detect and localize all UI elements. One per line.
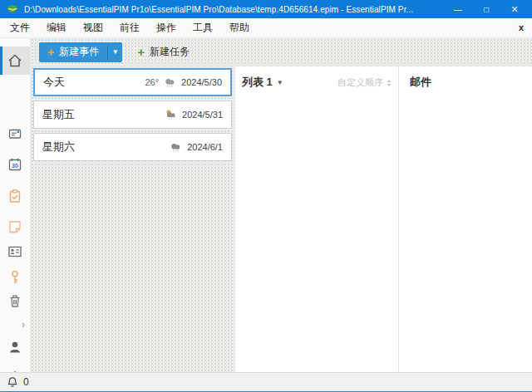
plus-icon: + (47, 47, 54, 58)
svg-text:30: 30 (12, 163, 18, 169)
day-row-friday[interactable]: 星期五 2024/5/31 (33, 100, 232, 129)
sidebar-item-notes[interactable] (0, 215, 30, 238)
note-card-icon (7, 125, 23, 142)
menu-view[interactable]: 视图 (76, 18, 110, 37)
sidebar-item-todo[interactable] (0, 184, 30, 208)
calendar-icon: 30 (7, 156, 23, 173)
sort-control[interactable]: 自定义顺序 (337, 76, 392, 89)
menu-go[interactable]: 前往 (113, 18, 146, 37)
minimize-button[interactable]: — (444, 0, 472, 18)
temperature: 26° (145, 77, 159, 87)
notifications-button[interactable] (7, 376, 18, 389)
menu-help[interactable]: 帮助 (223, 18, 256, 37)
date: 2024/6/1 (187, 142, 223, 152)
list-column: 列表 1 ▼ 自定义顺序 (235, 66, 399, 372)
menu-actions[interactable]: 操作 (150, 18, 183, 37)
app-logo-icon (6, 3, 19, 15)
date: 2024/5/30 (181, 77, 222, 87)
window-title: D:\Downloads\EssentialPIM Pr1o\Essential… (24, 5, 444, 14)
home-icon (7, 52, 23, 69)
user-icon (7, 339, 23, 355)
toolbar: + 新建事件 ▼ + 新建任务 (31, 38, 532, 66)
date: 2024/5/31 (182, 110, 223, 120)
new-event-main[interactable]: + 新建事件 (39, 42, 107, 62)
plus-icon: + (137, 46, 145, 58)
sidebar-item-calendar[interactable]: 30 (0, 153, 30, 176)
sidebar-item-account[interactable] (0, 336, 30, 359)
close-database-button[interactable]: x (519, 18, 524, 37)
sidebar-item-today[interactable] (0, 47, 30, 75)
new-event-dropdown[interactable]: ▼ (108, 42, 122, 62)
close-button[interactable]: × (500, 0, 529, 18)
day-label: 今天 (43, 75, 145, 90)
sidebar-item-appointments[interactable] (0, 122, 30, 145)
title-bar: D:\Downloads\EssentialPIM Pr1o\Essential… (0, 0, 532, 18)
sun-rain-cloud-icon (164, 109, 178, 120)
notification-count: 0 (23, 376, 29, 388)
day-row-saturday[interactable]: 星期六 2024/6/1 (33, 133, 232, 161)
list-title-dropdown[interactable]: 列表 1 (242, 75, 273, 90)
menu-tools[interactable]: 工具 (186, 18, 219, 37)
new-event-label: 新建事件 (59, 45, 99, 59)
day-label: 星期六 (42, 140, 169, 154)
rain-cloud-icon (169, 141, 183, 153)
new-task-button[interactable]: + 新建任务 (137, 45, 190, 59)
bell-icon (7, 376, 18, 389)
chevron-down-icon[interactable]: ▼ (277, 79, 283, 86)
contact-card-icon (7, 243, 23, 260)
sidebar-item-contacts[interactable] (0, 240, 30, 263)
essentialpim-window: D:\Downloads\EssentialPIM Pr1o\Essential… (0, 0, 532, 392)
day-label: 星期五 (42, 107, 164, 122)
menu-edit[interactable]: 编辑 (40, 18, 73, 37)
window-controls: — □ × (444, 0, 529, 18)
chevron-right-icon: › (22, 319, 25, 330)
new-task-label: 新建任务 (150, 45, 190, 59)
status-bar: 0 (0, 372, 532, 392)
sidebar: 30 (0, 38, 31, 372)
sort-arrows-icon (387, 80, 392, 86)
new-event-button[interactable]: + 新建事件 ▼ (39, 42, 122, 62)
clipboard-check-icon (7, 188, 23, 204)
sidebar-expand-button[interactable]: › (0, 312, 30, 336)
sort-order-label: 自定义顺序 (337, 76, 383, 89)
day-meta: 2024/6/1 (169, 141, 223, 153)
maximize-button[interactable]: □ (472, 0, 500, 18)
rain-cloud-icon (163, 76, 177, 88)
day-meta: 2024/5/31 (164, 109, 223, 120)
mail-column: 邮件 (400, 66, 532, 372)
day-row-today[interactable]: 今天 26° 2024/5/30 (33, 68, 232, 96)
menu-file[interactable]: 文件 (3, 18, 37, 37)
day-meta: 26° 2024/5/30 (145, 76, 222, 88)
sticky-note-icon (7, 218, 23, 235)
menu-bar: 文件 编辑 视图 前往 操作 工具 帮助 x (0, 18, 532, 38)
mail-title: 邮件 (400, 66, 532, 90)
spacer (0, 274, 30, 297)
today-panel: 今天 26° 2024/5/30 星期五 (31, 66, 235, 372)
